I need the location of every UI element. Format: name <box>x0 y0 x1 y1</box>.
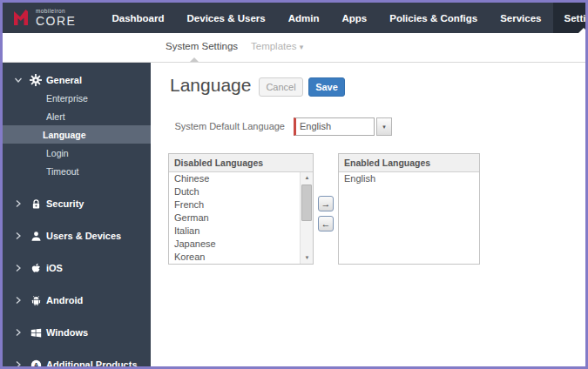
user-icon <box>30 230 42 242</box>
sidebar-section-additional-products[interactable]: A Additional Products <box>3 356 151 369</box>
app-window: mobileiron CORE Dashboard Devices & User… <box>0 0 588 369</box>
logo-product-text: CORE <box>36 15 76 27</box>
subnav-templates-label: Templates <box>251 41 296 51</box>
sidebar-section-label: Android <box>46 295 83 305</box>
list-item[interactable]: Japanese <box>169 238 313 251</box>
main-nav: Dashboard Devices & Users Admin Apps Pol… <box>100 3 588 33</box>
circle-a-icon: A <box>30 359 42 369</box>
android-icon <box>30 294 42 306</box>
list-item[interactable]: Korean <box>169 251 313 264</box>
sidebar-item-alert[interactable]: Alert <box>3 107 151 125</box>
move-right-button[interactable]: → <box>318 196 334 211</box>
chevron-down-icon: ▾ <box>382 124 386 130</box>
sidebar-section-windows[interactable]: Windows <box>3 324 151 341</box>
nav-devices-users[interactable]: Devices & Users <box>176 3 277 33</box>
sidebar-section-security[interactable]: Security <box>3 195 151 212</box>
chevron-right-icon <box>14 231 23 240</box>
gear-icon <box>30 74 42 86</box>
chevron-right-icon <box>14 199 23 208</box>
list-item[interactable]: Chinese <box>169 172 313 185</box>
svg-text:A: A <box>33 361 38 369</box>
chevron-down-icon <box>14 76 23 84</box>
sidebar-section-label: iOS <box>46 263 63 273</box>
sidebar-item-language[interactable]: Language <box>3 125 151 144</box>
scroll-up-icon[interactable]: ▲ <box>301 172 313 184</box>
nav-apps[interactable]: Apps <box>330 3 378 33</box>
sidebar-item-login[interactable]: Login <box>3 144 151 162</box>
apple-icon <box>30 262 42 274</box>
sidebar-section-android[interactable]: Android <box>3 292 151 309</box>
mobileiron-m-icon <box>11 9 30 28</box>
default-language-row: System Default Language English ▾ <box>151 117 585 135</box>
list-scrollbar[interactable]: ▲ ▼ <box>300 172 313 264</box>
sidebar-item-label: Timeout <box>3 166 79 177</box>
sidebar-item-label: Alert <box>3 111 65 122</box>
sidebar-item-timeout[interactable]: Timeout <box>3 162 151 180</box>
list-item[interactable]: French <box>169 198 313 211</box>
chevron-right-icon <box>14 264 23 272</box>
list-item[interactable]: Italian <box>169 225 313 238</box>
cancel-button[interactable]: Cancel <box>259 77 303 97</box>
lock-icon <box>30 198 42 210</box>
main-content: Language Cancel Save System Default Lang… <box>151 64 585 366</box>
sidebar-section-label: General <box>46 75 82 85</box>
default-language-select[interactable]: English <box>294 117 375 136</box>
nav-dashboard[interactable]: Dashboard <box>100 3 175 33</box>
sidebar-section-label: Additional Products <box>46 359 138 369</box>
nav-settings-label: Settings <box>564 13 588 23</box>
scrollbar-thumb[interactable] <box>301 184 312 221</box>
disabled-languages-panel: Disabled Languages Chinese Dutch French … <box>168 153 314 265</box>
enabled-languages-list: English <box>339 172 479 264</box>
sidebar-section-label: Security <box>46 198 84 209</box>
secondary-nav: System Settings Templates ▾ <box>3 33 585 63</box>
sidebar-section-users-devices[interactable]: Users & Devices <box>3 227 151 245</box>
sidebar-section-ios[interactable]: iOS <box>3 259 151 277</box>
settings-sidebar: General Enterprise Alert Language Login … <box>3 63 151 366</box>
sidebar-item-enterprise[interactable]: Enterprise <box>3 89 151 107</box>
scroll-down-icon[interactable]: ▼ <box>301 252 313 264</box>
windows-icon <box>30 326 42 339</box>
sidebar-section-label: Windows <box>46 327 88 338</box>
subnav-active-caret <box>190 57 199 62</box>
nav-admin[interactable]: Admin <box>277 3 331 33</box>
list-item[interactable]: German <box>169 211 313 225</box>
sidebar-section-label: Users & Devices <box>46 231 121 241</box>
combo-dropdown-button[interactable]: ▾ <box>376 117 392 136</box>
chevron-right-icon <box>14 328 23 337</box>
nav-policies-configs[interactable]: Policies & Configs <box>378 3 489 33</box>
chevron-right-icon <box>14 296 23 305</box>
subnav-system-settings[interactable]: System Settings <box>166 41 238 51</box>
default-language-label: System Default Language <box>151 121 285 131</box>
move-left-button[interactable]: ← <box>318 216 334 231</box>
arrow-left-icon: ← <box>321 218 331 229</box>
chevron-right-icon <box>14 360 23 369</box>
mobileiron-logo[interactable]: mobileiron CORE <box>3 3 76 33</box>
chevron-down-icon: ▾ <box>300 43 304 51</box>
sidebar-item-label: Enterprise <box>3 93 88 104</box>
disabled-languages-list: Chinese Dutch French German Italian Japa… <box>169 172 313 264</box>
enabled-languages-header: Enabled Languages <box>339 154 479 172</box>
nav-settings[interactable]: Settings <box>553 3 588 33</box>
top-header: mobileiron CORE Dashboard Devices & User… <box>3 3 585 33</box>
enabled-languages-panel: Enabled Languages English <box>338 153 480 265</box>
sidebar-item-label: Language <box>3 130 86 140</box>
sidebar-item-label: Login <box>3 148 69 158</box>
page-title: Language <box>170 75 251 96</box>
arrow-right-icon: → <box>321 198 331 209</box>
nav-services[interactable]: Services <box>489 3 552 33</box>
save-button[interactable]: Save <box>308 77 345 97</box>
disabled-languages-header: Disabled Languages <box>169 154 313 172</box>
list-item[interactable]: Dutch <box>169 185 313 198</box>
sidebar-section-general[interactable]: General <box>3 71 151 89</box>
list-item[interactable]: English <box>339 172 479 185</box>
subnav-templates[interactable]: Templates ▾ <box>251 41 303 51</box>
